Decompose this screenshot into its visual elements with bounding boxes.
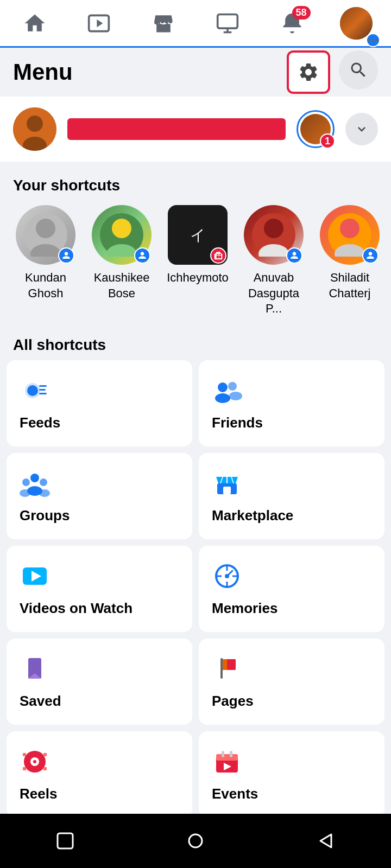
profile-row: 1 [0,97,391,162]
svg-point-5 [376,39,379,41]
shortcut-anuvab[interactable]: AnuvabDasgupta P... [241,205,306,317]
svg-point-31 [229,392,242,400]
memories-icon [212,561,242,591]
svg-point-34 [40,478,47,486]
svg-point-37 [39,489,50,497]
menu-item-pages[interactable]: Pages [199,639,384,725]
svg-rect-26 [39,389,46,391]
svg-rect-27 [39,393,47,394]
menu-item-label: Friends [212,414,371,431]
svg-rect-55 [43,767,47,770]
menu-item-events[interactable]: Events [199,731,384,818]
watch-icon [20,561,50,591]
android-back-btn[interactable] [310,825,342,857]
svg-rect-61 [58,833,73,848]
svg-point-13 [112,219,131,238]
all-shortcuts-section: All shortcuts Feeds [0,328,391,824]
android-square-btn[interactable] [49,825,81,857]
shortcut-kundan[interactable]: KundanGhosh [13,205,78,317]
menu-item-label: Events [212,786,371,802]
page-badge-icon [210,247,226,264]
svg-point-24 [27,385,38,396]
svg-point-29 [215,393,230,403]
nav-notifications[interactable]: 58 [270,2,314,45]
reels-icon [20,746,50,777]
menu-item-label: Reels [20,786,179,802]
story-button[interactable]: 1 [297,110,335,148]
menu-item-feeds[interactable]: Feeds [7,360,192,446]
menu-item-label: Videos on Watch [20,600,179,617]
shortcuts-label: Your shortcuts [0,168,391,201]
svg-point-28 [218,382,228,392]
menu-item-marketplace[interactable]: Marketplace [199,453,384,539]
svg-rect-39 [223,487,231,494]
menu-item-label: Pages [212,693,371,710]
shortcut-name: KaushikeeBose [94,270,150,301]
pages-icon [212,654,242,684]
top-navigation: 58 [0,0,391,48]
shortcuts-section: Your shortcuts KundanGhosh [0,168,391,328]
shortcut-shiladit[interactable]: ShiladitChatterj [317,205,382,317]
svg-point-33 [22,478,30,486]
story-badge: 1 [320,133,335,149]
menu-item-label: Memories [212,600,371,617]
menu-dot-icon [366,33,380,47]
svg-rect-58 [222,751,224,757]
header-actions [287,50,378,94]
svg-rect-2 [218,14,238,28]
settings-button[interactable] [287,50,330,94]
svg-rect-52 [23,753,26,756]
header-row: Menu [0,48,391,97]
menu-item-reels[interactable]: Reels [7,731,192,818]
menu-item-watch[interactable]: Videos on Watch [7,546,192,632]
android-nav-bar [0,814,391,868]
svg-marker-1 [97,19,103,27]
menu-item-label: Feeds [20,414,179,431]
android-home-btn[interactable] [179,825,212,857]
menu-item-memories[interactable]: Memories [199,546,384,632]
menu-item-groups[interactable]: Groups [7,453,192,539]
menu-grid: Feeds Friends [0,360,391,824]
svg-point-10 [36,219,55,238]
menu-item-label: Saved [20,693,179,710]
nav-profile[interactable] [335,2,378,45]
events-icon [212,746,242,777]
svg-point-62 [189,834,202,847]
svg-rect-54 [23,767,26,770]
menu-item-friends[interactable]: Friends [199,360,384,446]
person-badge-icon [286,247,302,264]
person-badge-icon [362,247,379,264]
svg-point-4 [372,39,375,41]
shortcut-name: KundanGhosh [25,270,66,301]
nav-groups[interactable] [206,2,249,45]
menu-item-saved[interactable]: Saved [7,639,192,725]
search-button[interactable] [339,50,378,90]
svg-point-30 [228,382,237,391]
all-shortcuts-label: All shortcuts [0,328,391,360]
menu-item-label: Marketplace [212,507,371,524]
svg-rect-48 [220,658,223,679]
shortcut-name: AnuvabDasgupta P... [241,270,306,317]
profile-name-redacted [67,118,286,140]
user-avatar[interactable] [13,107,56,151]
svg-point-3 [368,39,370,41]
profile-chevron[interactable] [345,113,378,145]
person-badge-icon [58,247,74,264]
shortcut-kaushikee[interactable]: KaushikeeBose [89,205,154,317]
svg-point-21 [340,219,360,238]
svg-rect-25 [39,385,47,387]
nav-marketplace[interactable] [142,2,185,45]
svg-point-32 [30,474,39,482]
svg-rect-53 [43,753,47,756]
saved-icon [20,654,50,684]
svg-rect-57 [216,754,238,761]
svg-point-36 [20,489,30,497]
svg-point-18 [264,219,283,238]
feeds-icon [20,375,50,406]
friends-icon [212,375,242,406]
nav-home[interactable] [13,2,56,45]
nav-watch[interactable] [77,2,121,45]
shortcut-ichheymoto[interactable]: イ Ichheymoto [165,205,230,317]
groups-icon [20,468,50,499]
svg-text:イ: イ [190,227,206,244]
